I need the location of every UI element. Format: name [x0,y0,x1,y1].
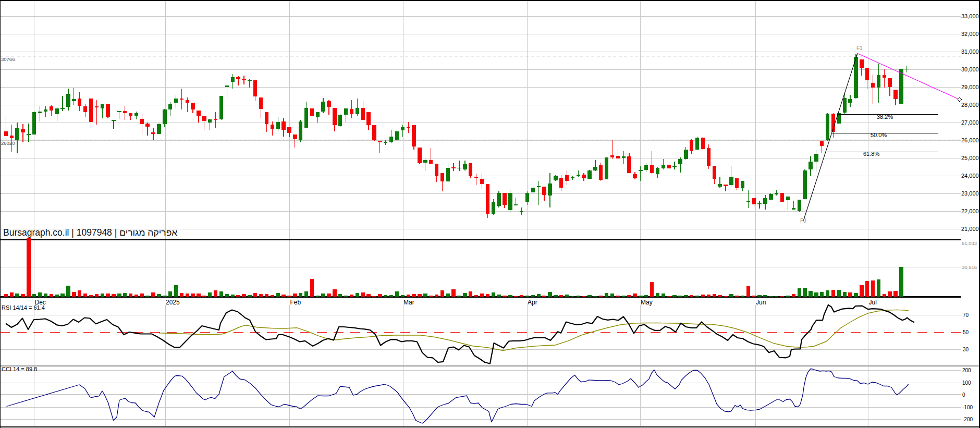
svg-text:33,000: 33,000 [961,13,979,19]
svg-text:30,000: 30,000 [961,66,979,72]
svg-text:50: 50 [963,329,969,335]
svg-text:RSI 14/14 = 61.4: RSI 14/14 = 61.4 [2,304,45,311]
svg-text:Mar: Mar [403,299,414,306]
svg-text:31,000: 31,000 [961,48,979,55]
svg-text:200: 200 [962,368,971,373]
svg-text:27,000: 27,000 [961,119,979,126]
svg-text:24,000: 24,000 [961,173,979,179]
svg-text:Jun: Jun [756,299,766,306]
svg-text:26020: 26020 [1,140,15,146]
svg-text:50.0%: 50.0% [871,132,887,138]
svg-text:CCI 14 = 89.8: CCI 14 = 89.8 [2,366,37,372]
svg-text:70: 70 [963,312,969,318]
svg-text:25,000: 25,000 [961,155,979,161]
svg-text:29,000: 29,000 [961,84,979,90]
svg-text:Feb: Feb [290,299,301,306]
svg-text:21,000: 21,000 [961,226,979,232]
svg-text:30: 30 [963,347,969,352]
svg-text:Jul: Jul [869,299,877,306]
svg-text:F0: F0 [800,218,806,224]
svg-text:0: 0 [962,392,965,398]
svg-text:-100: -100 [962,405,973,410]
svg-text:22,000: 22,000 [961,208,979,214]
svg-text:2025: 2025 [166,299,180,306]
svg-text:61.8%: 61.8% [863,151,879,157]
svg-text:30,516: 30,516 [962,264,977,270]
svg-text:23,000: 23,000 [961,190,979,197]
svg-text:May: May [641,299,653,306]
svg-text:Apr: Apr [528,299,537,306]
svg-text:28,000: 28,000 [961,102,979,108]
svg-text:30766: 30766 [1,56,15,62]
svg-text:100: 100 [962,380,971,386]
svg-text:32,000: 32,000 [961,31,979,37]
svg-text:61,033: 61,033 [962,240,977,246]
svg-text:-200: -200 [962,417,973,422]
svg-text:26,000: 26,000 [961,137,979,143]
svg-text:Bursagraph.co.il | 1097948 | א: Bursagraph.co.il | 1097948 | אפריקה מגור… [3,227,177,238]
svg-text:38.2%: 38.2% [877,114,893,120]
svg-text:F1: F1 [856,45,863,51]
